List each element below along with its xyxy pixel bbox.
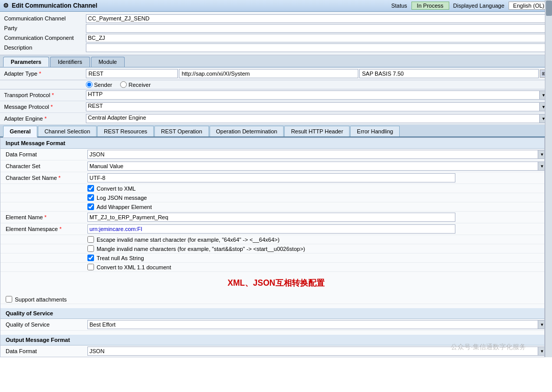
quality-of-service-value: Best Effort ▼ bbox=[87, 320, 546, 329]
subtab-result-http-header[interactable]: Result HTTP Header bbox=[284, 126, 350, 136]
character-set-name-value bbox=[87, 173, 546, 182]
title-right: Status In Process Displayed Language Eng… bbox=[391, 2, 549, 10]
character-set-name-input[interactable] bbox=[87, 173, 455, 182]
element-namespace-input[interactable] bbox=[87, 224, 455, 234]
comm-channel-row: Communication Channel bbox=[4, 14, 548, 23]
subtab-channel-selection[interactable]: Channel Selection bbox=[38, 126, 97, 136]
message-protocol-label: Message Protocol * bbox=[4, 104, 86, 110]
character-set-dropdown-field: Manual Value bbox=[87, 162, 538, 171]
data-format-row: Data Format JSON ▼ bbox=[1, 149, 551, 160]
subtab-error-handling[interactable]: Error Handling bbox=[350, 126, 400, 136]
form-area: Communication Channel Party Communicatio… bbox=[0, 12, 552, 55]
gear-icon: ⚙ bbox=[3, 2, 9, 9]
convert-to-xml-label: Convert to XML bbox=[97, 186, 135, 192]
convert-to-xml-row: Convert to XML bbox=[1, 184, 551, 193]
mangle-invalid-label: Mangle invalid name characters (for exam… bbox=[97, 246, 305, 252]
annotation-text: XML、JSON互相转换配置 bbox=[1, 272, 551, 295]
adapter-col1: REST bbox=[86, 69, 178, 78]
description-row: Description bbox=[4, 43, 548, 52]
data-format-label: Data Format bbox=[6, 151, 87, 157]
character-set-name-label: Character Set Name * bbox=[6, 175, 87, 181]
adapter-col2: http://sap.com/xi/XI/System bbox=[179, 69, 358, 78]
outer-scrollbar[interactable] bbox=[545, 0, 552, 357]
transport-protocol-value: HTTP ▼ bbox=[86, 90, 548, 100]
treat-null-checkbox[interactable] bbox=[87, 255, 94, 261]
input-message-format-header: Input Message Format bbox=[1, 138, 551, 149]
quality-of-service-field: Best Effort bbox=[87, 320, 538, 329]
comm-component-label: Communication Component bbox=[4, 35, 86, 41]
comm-component-input[interactable] bbox=[86, 34, 548, 42]
character-set-value: Manual Value ▼ bbox=[87, 162, 546, 171]
adapter-engine-input: Central Adapter Engine bbox=[86, 114, 540, 123]
element-name-input[interactable] bbox=[87, 213, 455, 222]
transport-protocol-input: HTTP bbox=[86, 90, 540, 100]
quality-of-service-row: Quality of Service Best Effort ▼ bbox=[1, 319, 551, 331]
adapter-engine-row: Adapter Engine * Central Adapter Engine … bbox=[0, 113, 552, 125]
subtab-rest-resources[interactable]: REST Resources bbox=[97, 126, 154, 136]
log-json-checkbox[interactable] bbox=[87, 194, 94, 201]
convert-to-xml-checkbox[interactable] bbox=[87, 185, 94, 192]
convert-xml11-checkbox[interactable] bbox=[87, 264, 94, 270]
watermark: 公众号·集信通数字化服务 bbox=[451, 342, 526, 352]
quality-of-service-header: Quality of Service bbox=[1, 308, 551, 319]
party-label: Party bbox=[4, 25, 86, 31]
sub-tabs: General Channel Selection REST Resources… bbox=[0, 125, 552, 137]
radio-row: Sender Receiver bbox=[0, 80, 552, 89]
tab-identifiers[interactable]: Identifiers bbox=[50, 57, 90, 67]
mangle-invalid-row: Mangle invalid name characters (for exam… bbox=[1, 244, 551, 253]
support-attachments-checkbox[interactable] bbox=[6, 296, 12, 303]
tab-parameters[interactable]: Parameters bbox=[3, 57, 49, 67]
title-left: ⚙ Edit Communication Channel bbox=[3, 2, 97, 9]
mangle-invalid-checkbox[interactable] bbox=[87, 245, 94, 252]
character-set-name-row: Character Set Name * bbox=[1, 172, 551, 184]
character-set-row: Character Set Manual Value ▼ bbox=[1, 160, 551, 172]
treat-null-row: Treat null As String bbox=[1, 253, 551, 263]
escape-invalid-label: Escape invalid name start character (for… bbox=[97, 237, 280, 243]
element-namespace-value bbox=[87, 224, 546, 234]
party-row: Party bbox=[4, 24, 548, 33]
escape-invalid-checkbox[interactable] bbox=[87, 236, 94, 243]
log-json-label: Log JSON message bbox=[97, 195, 147, 201]
title-bar: ⚙ Edit Communication Channel Status In P… bbox=[0, 0, 552, 12]
status-value: In Process bbox=[411, 2, 449, 10]
language-value: English (OL) bbox=[509, 2, 549, 10]
convert-xml11-row: Convert to XML 1.1 document bbox=[1, 263, 551, 272]
adapter-engine-value: Central Adapter Engine ▼ bbox=[86, 114, 548, 123]
output-data-format-label: Data Format bbox=[6, 348, 87, 354]
subtab-general[interactable]: General bbox=[3, 126, 37, 137]
description-input[interactable] bbox=[86, 43, 548, 52]
subtab-rest-operation[interactable]: REST Operation bbox=[154, 126, 209, 136]
element-name-label: Element Name * bbox=[6, 214, 87, 220]
add-wrapper-label: Add Wrapper Element bbox=[97, 204, 152, 210]
convert-xml11-label: Convert to XML 1.1 document bbox=[97, 264, 171, 270]
tab-module[interactable]: Module bbox=[91, 57, 125, 67]
adapter-engine-label: Adapter Engine * bbox=[4, 116, 86, 122]
party-input[interactable] bbox=[86, 24, 548, 33]
data-format-dropdown-field: JSON bbox=[87, 150, 538, 159]
transport-protocol-label: Transport Protocol * bbox=[4, 92, 86, 98]
status-label: Status bbox=[391, 3, 407, 9]
add-wrapper-checkbox[interactable] bbox=[87, 203, 94, 210]
content-area: Input Message Format Data Format JSON ▼ … bbox=[0, 137, 552, 357]
message-protocol-input: REST bbox=[86, 102, 540, 111]
comm-component-row: Communication Component bbox=[4, 33, 548, 42]
adapter-col3: SAP BASIS 7.50 bbox=[359, 69, 539, 78]
quality-of-service-label: Quality of Service bbox=[6, 321, 87, 328]
element-namespace-label: Element Namespace * bbox=[6, 226, 87, 232]
escape-invalid-row: Escape invalid name start character (for… bbox=[1, 235, 551, 244]
data-format-value: JSON ▼ bbox=[87, 150, 546, 159]
transport-protocol-row: Transport Protocol * HTTP ▼ bbox=[0, 89, 552, 101]
treat-null-label: Treat null As String bbox=[97, 255, 144, 261]
sender-radio[interactable]: Sender bbox=[86, 81, 112, 88]
window-title: Edit Communication Channel bbox=[12, 2, 97, 9]
subtab-operation-determination[interactable]: Operation Determination bbox=[210, 126, 284, 136]
message-protocol-row: Message Protocol * REST ▼ bbox=[0, 101, 552, 113]
receiver-radio[interactable]: Receiver bbox=[120, 81, 150, 88]
outer-scrollbar-thumb[interactable] bbox=[546, 1, 552, 16]
element-namespace-row: Element Namespace * bbox=[1, 223, 551, 235]
comm-channel-input[interactable] bbox=[86, 14, 548, 23]
character-set-label: Character Set bbox=[6, 163, 87, 169]
main-tabs: Parameters Identifiers Module bbox=[0, 55, 552, 67]
message-protocol-value: REST ▼ bbox=[86, 102, 548, 111]
support-attachments-label: Support attachments bbox=[15, 296, 67, 303]
